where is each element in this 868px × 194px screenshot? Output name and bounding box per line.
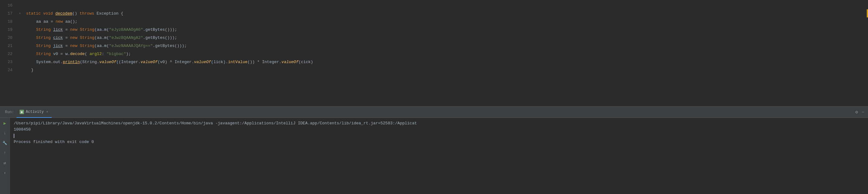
activity-tab-icon: ▣ — [20, 110, 24, 114]
wrench-button[interactable]: 🔧 — [2, 140, 8, 147]
line-content-18: aa aa = new aa(); — [24, 19, 78, 24]
activity-tab-close[interactable]: × — [45, 110, 49, 114]
code-line-24: 24 } — [0, 66, 868, 74]
rerun-button[interactable]: ⇄ — [2, 159, 8, 166]
stop-icon: ⬆ — [4, 171, 6, 175]
panel-actions: ⚙ − — [855, 109, 868, 115]
run-label: Run: — [2, 107, 17, 118]
tab-activity[interactable]: ▣ Activity × — [17, 107, 52, 118]
down-arrow-icon: ↓ — [3, 130, 6, 135]
line-content-17: static void decodem() throws Exception { — [24, 11, 123, 16]
code-editor: 16 17 ▾ static void decodem() throws Exc… — [0, 0, 868, 106]
output-line-2: 1008450 — [14, 126, 864, 133]
line-number-16: 16 — [0, 3, 16, 8]
stop-button[interactable]: ⬆ — [2, 169, 8, 176]
left-toolbar: ▶ ↓ 🔧 ↑ ⇄ ⬆ — [0, 118, 10, 194]
activity-tab-label: Activity — [26, 110, 44, 114]
up-arrow-icon: ↑ — [3, 151, 6, 155]
output-area[interactable]: /Users/pipi/Library/Java/JavaVirtualMach… — [10, 118, 868, 194]
rerun-icon: ⇄ — [3, 160, 6, 166]
line-content-22: String v0 = w.decode( arg12: "bigbac"); — [24, 51, 131, 56]
code-line-17: 17 ▾ static void decodem() throws Except… — [0, 9, 868, 17]
output-line-4: Process finished with exit code 0 — [14, 139, 864, 145]
line-content-19: String lick = new String(aa.m("eJyzBAAAO… — [24, 27, 177, 32]
play-icon: ▶ — [3, 121, 6, 126]
code-line-23: 23 System.out.println(String.valueOf((In… — [0, 58, 868, 66]
code-line-19: 19 String lick = new String(aa.m("eJyzBA… — [0, 26, 868, 34]
line-content-20: String cick = new String(aa.m("eJwzBQAAN… — [24, 35, 177, 40]
output-line-1: /Users/pipi/Library/Java/JavaVirtualMach… — [14, 120, 864, 126]
cursor — [14, 134, 14, 138]
line-number-20: 20 — [0, 35, 16, 40]
run-button[interactable]: ▶ — [2, 120, 8, 126]
minimize-icon[interactable]: − — [862, 110, 864, 115]
line-number-17: 17 — [0, 11, 16, 16]
code-line-21: 21 String jick = new String(aa.m("eJwzNA… — [0, 42, 868, 50]
output-line-3 — [14, 133, 864, 139]
code-line-22: 22 String v0 = w.decode( arg12: "bigbac"… — [0, 50, 868, 58]
code-lines: 16 17 ▾ static void decodem() throws Exc… — [0, 0, 868, 74]
line-number-21: 21 — [0, 43, 16, 48]
scroll-up-button[interactable]: ↑ — [2, 150, 8, 156]
yellow-mark-17 — [867, 9, 868, 17]
line-content-23: System.out.println(String.valueOf((Integ… — [24, 60, 313, 64]
line-content-21: String jick = new String(aa.m("eJwzNAAAA… — [24, 43, 187, 48]
line-number-19: 19 — [0, 27, 16, 32]
bottom-panel: Run: ▣ Activity × ⚙ − ▶ ↓ 🔧 ↑ — [0, 106, 868, 194]
panel-tabs: Run: ▣ Activity × ⚙ − — [0, 107, 868, 118]
line-number-22: 22 — [0, 51, 16, 56]
line-number-18: 18 — [0, 19, 16, 24]
line-gutter-17[interactable]: ▾ — [16, 11, 24, 15]
code-line-18: 18 aa aa = new aa(); — [0, 17, 868, 26]
wrench-icon: 🔧 — [2, 141, 7, 146]
settings-icon[interactable]: ⚙ — [855, 109, 858, 115]
panel-body: ▶ ↓ 🔧 ↑ ⇄ ⬆ /Users/pipi/Library/Java/Jav… — [0, 118, 868, 194]
code-line-20: 20 String cick = new String(aa.m("eJwzBQ… — [0, 34, 868, 42]
line-content-24: } — [24, 68, 34, 72]
scroll-down-button[interactable]: ↓ — [2, 130, 8, 137]
code-line-16: 16 — [0, 1, 868, 9]
fold-arrow-17[interactable]: ▾ — [19, 11, 21, 15]
line-number-24: 24 — [0, 68, 16, 72]
line-number-23: 23 — [0, 60, 16, 64]
